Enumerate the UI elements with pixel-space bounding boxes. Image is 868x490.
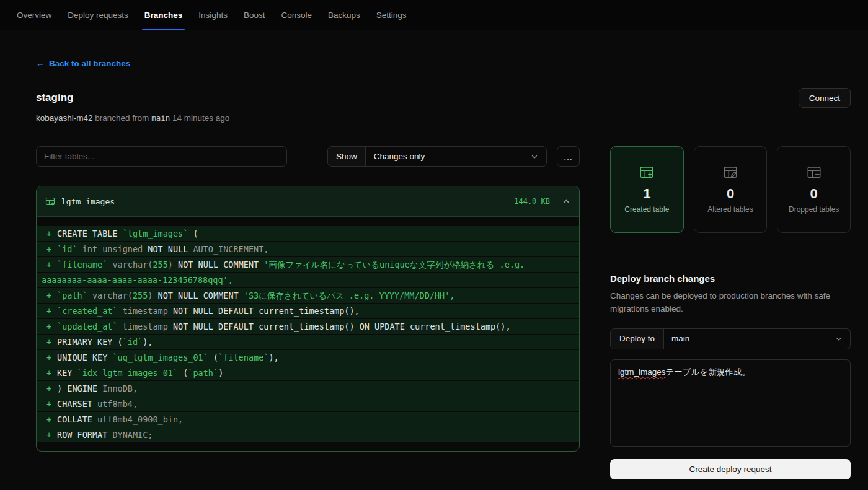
connect-button[interactable]: Connect [799, 88, 851, 108]
dropped-tables-label: Dropped tables [789, 204, 839, 215]
diff-line: +PRIMARY KEY (`id`), [37, 335, 579, 349]
altered-tables-count: 0 [727, 186, 734, 202]
show-select[interactable]: Changes only [366, 147, 546, 166]
chevron-up-icon[interactable] [562, 198, 570, 206]
diff-plus-sign: + [46, 381, 57, 396]
table-pencil-icon [722, 164, 738, 180]
diff-plus-sign: + [46, 396, 57, 411]
diff-table-name: lgtm_images [61, 197, 115, 206]
diff-code-text: `filename` varchar(255) NOT NULL COMMENT… [57, 257, 525, 272]
deploy-section-description: Changes can be deployed to production br… [610, 290, 851, 316]
diff-line: +`path` varchar(255) NOT NULL COMMENT 'S… [37, 288, 579, 303]
chevron-down-icon [835, 335, 843, 343]
diff-code-text: `id` int unsigned NOT NULL AUTO_INCREMEN… [57, 242, 268, 256]
diff-code-text: ) ENGINE InnoDB, [57, 381, 138, 396]
diff-code-text: `updated_at` timestamp NOT NULL DEFAULT … [57, 319, 511, 334]
diff-line: +`id` int unsigned NOT NULL AUTO_INCREME… [37, 242, 579, 256]
stat-card-created-tables: 1 Created table [610, 146, 684, 233]
schema-change-stats: 1 Created table 0 Altered tables [610, 146, 851, 233]
diff-line: +UNIQUE KEY `uq_lgtm_images_01` (`filena… [37, 350, 579, 365]
show-selected-value: Changes only [374, 152, 425, 161]
filter-tables-input[interactable] [36, 146, 287, 167]
branched-from-text: branched from [95, 113, 149, 123]
diff-plus-sign: + [46, 257, 57, 272]
diff-plus-sign: + [46, 319, 57, 334]
nav-item-branches[interactable]: Branches [136, 0, 191, 30]
branch-author: kobayashi-m42 [36, 113, 93, 123]
back-arrow-icon: ← [36, 59, 45, 68]
diff-plus-sign: + [46, 335, 57, 349]
deploy-to-label: Deploy to [611, 329, 664, 349]
stat-card-dropped-tables: 0 Dropped tables [777, 146, 851, 233]
diff-line: +`filename` varchar(255) NOT NULL COMMEN… [37, 257, 579, 272]
table-plus-icon [639, 164, 655, 180]
divider [610, 253, 851, 253]
altered-tables-label: Altered tables [707, 204, 753, 215]
diff-panel-header[interactable]: lgtm_images 144.0 KB [37, 186, 579, 217]
diff-plus-sign: + [46, 427, 57, 442]
diff-plus-sign: + [46, 412, 57, 427]
diff-code-text: `path` varchar(255) NOT NULL COMMENT 'S3… [57, 288, 455, 303]
nav-item-overview[interactable]: Overview [9, 0, 60, 30]
diff-code-text: UNIQUE KEY `uq_lgtm_images_01` (`filenam… [57, 350, 279, 365]
table-minus-icon [806, 164, 822, 180]
diff-line: +KEY `idx_lgtm_images_01` (`path`) [37, 365, 579, 380]
diff-plus-sign: + [46, 226, 57, 241]
nav-item-insights[interactable]: Insights [190, 0, 236, 30]
deploy-to-control[interactable]: Deploy to main [610, 328, 851, 349]
diff-plus-sign: + [46, 304, 57, 318]
parent-branch-name: main [151, 113, 170, 123]
dropped-tables-count: 0 [810, 186, 818, 202]
table-diff-panel: lgtm_images 144.0 KB +CREATE TABLE `lgtm… [36, 186, 580, 452]
deploy-to-selected-branch: main [671, 334, 689, 343]
diff-table-size: 144.0 KB [514, 197, 550, 206]
created-tables-label: Created table [624, 204, 669, 215]
deploy-note-text: テーブルを新規作成。 [666, 367, 750, 377]
stat-card-altered-tables: 0 Altered tables [694, 146, 768, 233]
diff-body: +CREATE TABLE `lgtm_images` (+`id` int u… [37, 217, 579, 451]
tables-toolbar: Show Changes only … [36, 146, 580, 167]
back-to-branches-link[interactable]: ← Back to all branches [36, 59, 130, 68]
nav-item-backups[interactable]: Backups [320, 0, 368, 30]
diff-line: aaaaaaaa-aaaa-aaaa-aaaa-123456788qqq', [37, 273, 579, 287]
diff-code-text: aaaaaaaa-aaaa-aaaa-aaaa-123456788qqq', [42, 273, 233, 287]
diff-line: +ROW_FORMAT DYNAMIC; [37, 427, 579, 442]
diff-code-text: CHARSET utf8mb4, [57, 396, 138, 411]
diff-code-text: `created_at` timestamp NOT NULL DEFAULT … [57, 304, 360, 318]
nav-item-console[interactable]: Console [273, 0, 320, 30]
diff-code-text: COLLATE utf8mb4_0900_bin, [57, 412, 183, 427]
deploy-section-heading: Deploy branch changes [610, 273, 851, 284]
diff-line: +`updated_at` timestamp NOT NULL DEFAULT… [37, 319, 579, 334]
diff-line: +CREATE TABLE `lgtm_images` ( [37, 226, 579, 241]
diff-code-text: PRIMARY KEY (`id`), [57, 335, 153, 349]
diff-line: +COLLATE utf8mb4_0900_bin, [37, 412, 579, 427]
diff-plus-sign: + [46, 350, 57, 365]
top-navigation: Overview Deploy requests Branches Insigh… [0, 0, 868, 30]
show-label: Show [328, 147, 366, 166]
diff-code-text: ROW_FORMAT DYNAMIC; [57, 427, 153, 442]
deploy-to-select[interactable]: main [664, 329, 850, 349]
diff-code-text: CREATE TABLE `lgtm_images` ( [57, 226, 198, 241]
nav-item-boost[interactable]: Boost [236, 0, 273, 30]
diff-plus-sign: + [46, 288, 57, 303]
branch-name-title: staging [36, 92, 73, 104]
nav-item-settings[interactable]: Settings [368, 0, 415, 30]
diff-plus-sign: + [46, 365, 57, 380]
deploy-note-highlighted-word: lgtm_images [618, 367, 666, 377]
diff-line: +) ENGINE InnoDB, [37, 381, 579, 396]
back-link-label: Back to all branches [49, 59, 130, 68]
diff-code-text: KEY `idx_lgtm_images_01` (`path`) [57, 365, 223, 380]
deploy-note-input[interactable]: lgtm_imagesテーブルを新規作成。 [610, 359, 851, 447]
show-filter-control[interactable]: Show Changes only [327, 146, 547, 167]
nav-item-deploy-requests[interactable]: Deploy requests [60, 0, 136, 30]
diff-line: +`created_at` timestamp NOT NULL DEFAULT… [37, 304, 579, 318]
page-content: ← Back to all branches staging Connect k… [0, 58, 868, 479]
table-created-icon [45, 196, 55, 206]
diff-line: +CHARSET utf8mb4, [37, 396, 579, 411]
more-options-button[interactable]: … [557, 146, 580, 167]
branch-subtitle: kobayashi-m42 branched from main 14 minu… [36, 113, 851, 123]
create-deploy-request-button[interactable]: Create deploy request [610, 459, 851, 479]
created-tables-count: 1 [643, 186, 650, 202]
chevron-down-icon [531, 153, 538, 160]
branch-time-ago: 14 minutes ago [172, 113, 229, 123]
